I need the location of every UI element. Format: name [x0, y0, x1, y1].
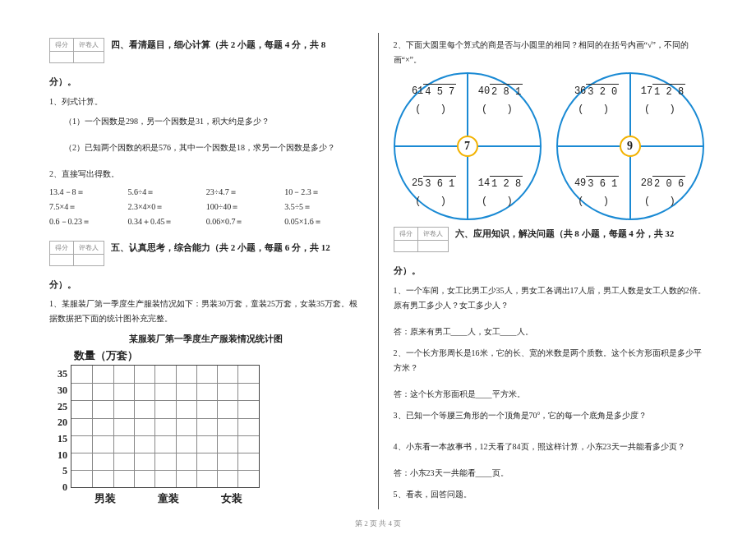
a6-4: 答：小东23天一共能看____页。 [394, 467, 708, 479]
c2-tl: 363 2 0 ( ) [565, 84, 629, 117]
c2-tr: 171 2 8 ( ) [630, 84, 695, 117]
xlabel: 女装 [221, 491, 242, 506]
c1-bl: 253 6 1 ( ) [402, 176, 467, 209]
score-box-5: 得分 评卷人 [49, 241, 104, 266]
arith-cell: 7.5×4＝ [49, 201, 127, 213]
c2-bl: 493 6 1 ( ) [565, 176, 629, 209]
ytick: 0 [62, 482, 67, 492]
chart-x-labels: 男装 童装 女装 [74, 491, 263, 506]
ytick: 30 [58, 385, 67, 395]
q6-3: 3、已知一个等腰三角形的一个顶角是70°，它的每一个底角是多少度？ [394, 408, 708, 423]
arith-cell: 5.6÷4＝ [127, 186, 205, 198]
circle-diagrams: 7 614 5 7 ( ) 402 8 1 ( ) 253 6 1 ( ) 14… [394, 72, 708, 220]
arith-cell: 3.5÷5＝ [284, 201, 362, 213]
chart-area: 35 30 25 20 15 10 5 0 [58, 365, 363, 488]
grader-label: 评卷人 [417, 228, 448, 241]
arith-cell: 0.34＋0.45＝ [127, 216, 205, 228]
c1-tr: 402 8 1 ( ) [468, 84, 532, 117]
q6-4: 4、小东看一本故事书，12天看了84页，照这样计算，小东23天一共能看多少页？ [394, 440, 708, 454]
chart-y-axis: 35 30 25 20 15 10 5 0 [58, 365, 71, 488]
grader-label: 评卷人 [74, 241, 104, 254]
section-4-title-cont: 分）。 [49, 75, 363, 90]
c1-br: 141 2 8 ( ) [468, 176, 532, 209]
c1-tl: 614 5 7 ( ) [402, 84, 467, 117]
arith-cell: 13.4－8＝ [49, 186, 127, 198]
arith-cell: 23÷4.7＝ [206, 186, 284, 198]
arith-cell: 0.6－0.23＝ [49, 216, 127, 228]
chart-grid [71, 365, 260, 488]
xlabel: 童装 [158, 491, 179, 506]
a6-2: 答：这个长方形面积是____平方米。 [394, 389, 708, 400]
section-5-title-cont: 分）。 [49, 278, 363, 292]
q5-2: 2、下面大圆里每个算式的商是否与小圆里的相同？相同的在括号内画“√”，不同的画“… [394, 38, 708, 67]
small-circle-1: 7 [457, 136, 478, 157]
arith-cell: 100÷40＝ [206, 201, 284, 213]
q4-1b: （2）已知两个因数的积是576，其中一个因数是18，求另一个因数是多少？ [64, 140, 363, 155]
arith-cell: 2.3×4×0＝ [127, 201, 205, 213]
ytick: 20 [58, 417, 67, 427]
arith-cell: 0.05×1.6＝ [284, 216, 362, 228]
grader-label: 评卷人 [74, 39, 104, 52]
arithmetic-grid: 13.4－8＝ 5.6÷4＝ 23÷4.7＝ 10－2.3＝ 7.5×4＝ 2.… [49, 186, 363, 231]
q6-5: 5、看表，回答问题。 [394, 487, 708, 502]
c2-br: 282 0 6 ( ) [630, 176, 695, 209]
score-label: 得分 [50, 241, 74, 254]
section-6-title-cont: 分）。 [394, 264, 708, 279]
score-box-6: 得分 评卷人 [394, 227, 449, 252]
score-box-4: 得分 评卷人 [49, 38, 104, 63]
chart-ylabel: 数量（万套） [74, 348, 363, 363]
arith-cell: 0.06×0.7＝ [206, 216, 284, 228]
ytick: 10 [58, 450, 67, 460]
arith-cell: 10－2.3＝ [284, 186, 362, 198]
q5-1: 1、某服装厂第一季度生产服装情况如下：男装30万套，童装25万套，女装35万套。… [49, 297, 363, 326]
q4-1a: （1）一个因数是298，另一个因数是31，积大约是多少？ [64, 114, 363, 129]
big-circle-2: 9 363 2 0 ( ) 171 2 8 ( ) 493 6 1 ( ) 28… [556, 72, 704, 220]
a6-1: 答：原来有男工____人，女工____人。 [394, 326, 708, 338]
q6-1: 1、一个车间，女工比男工少35人，男女工各调出17人后，男工人数是女工人数的2倍… [394, 283, 708, 313]
small-circle-2: 9 [620, 136, 641, 157]
page-footer: 第 2 页 共 4 页 [0, 518, 756, 529]
q6-2: 2、一个长方形周长是16米，它的长、宽的米数是两个质数。这个长方形面积是多少平方… [394, 346, 708, 375]
chart-title: 某服装厂第一季度生产服装情况统计图 [49, 333, 363, 345]
big-circle-1: 7 614 5 7 ( ) 402 8 1 ( ) 253 6 1 ( ) 14… [394, 72, 542, 220]
ytick: 15 [58, 434, 67, 444]
score-label: 得分 [50, 39, 74, 52]
xlabel: 男装 [94, 491, 116, 506]
q4-2: 2、直接写出得数。 [49, 167, 363, 182]
ytick: 35 [58, 369, 67, 379]
right-column: 2、下面大圆里每个算式的商是否与小圆里的相同？相同的在括号内画“√”，不同的画“… [379, 33, 716, 509]
ytick: 25 [58, 402, 67, 412]
ytick: 5 [62, 466, 67, 476]
left-column: 得分 评卷人 四、看清题目，细心计算（共 2 小题，每题 4 分，共 8 分）。… [41, 33, 379, 509]
score-label: 得分 [394, 228, 417, 241]
q4-1: 1、列式计算。 [49, 94, 363, 109]
